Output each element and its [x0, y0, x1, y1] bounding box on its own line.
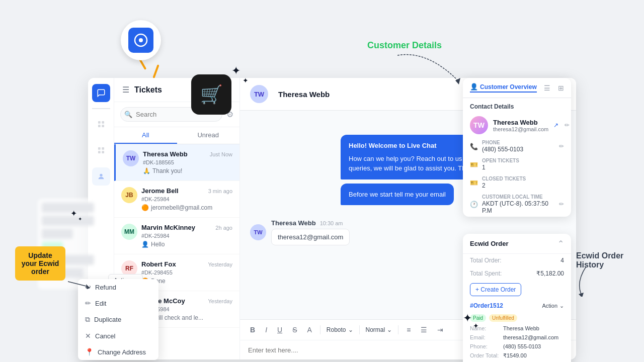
chat-user-time: 10:30 am — [320, 220, 343, 226]
contact-local-time-row: 🕐 CUSTOMER LOCAL TIME AKDT (UTC-8). 05:3… — [463, 192, 571, 217]
ticket-id: #DK-298455 — [141, 269, 232, 276]
toolbar-bold[interactable]: B — [248, 324, 257, 336]
search-icon: 🔍 — [124, 111, 132, 118]
contact-external-link-icon[interactable]: ↗ — [553, 122, 558, 129]
local-time-edit-icon[interactable]: ✏ — [559, 201, 564, 208]
dropdown-duplicate[interactable]: ⧉ Duplicate — [78, 311, 158, 328]
create-order-button[interactable]: + Create Order — [470, 283, 521, 296]
contact-closed-tickets-row: 🎫 CLOSED TICKETS 2 — [463, 173, 571, 192]
ticket-time: Yesterday — [208, 261, 232, 267]
ticket-id: #DK-25984 — [141, 196, 232, 202]
svg-rect-9 — [102, 125, 104, 127]
phone-label: PHONE — [482, 140, 523, 145]
sidebar-icon-grid2[interactable] — [92, 141, 110, 159]
contact-phone-row: 📞 PHONE (480) 555-0103 ✏ — [463, 137, 571, 155]
action-chevron-icon: ⌄ — [559, 303, 564, 309]
toolbar-color[interactable]: A — [305, 324, 313, 336]
address-icon: 📍 — [85, 348, 94, 356]
duplicate-icon: ⧉ — [85, 315, 90, 324]
ecwid-title: Ecwid Order — [470, 240, 509, 247]
ticket-time: 2h ago — [215, 225, 232, 231]
ticket-preview: 🙏 Thank you! — [143, 167, 232, 174]
contact-edit-icon[interactable]: ✏ — [565, 122, 570, 129]
avatar: JB — [121, 187, 137, 203]
chat-header-avatar: TW — [250, 85, 268, 103]
ticket-preview: 👤 Hello — [141, 241, 232, 248]
contact-avatar: TW — [470, 116, 488, 134]
svg-rect-8 — [98, 125, 101, 127]
phone-edit-icon[interactable]: ✏ — [559, 143, 564, 150]
toolbar-underline[interactable]: U — [275, 324, 284, 336]
order-id[interactable]: #Order1512 — [470, 302, 503, 309]
ticket-name: Marvin McKinney — [141, 224, 195, 231]
ecwid-total-spent-row: Total Spent: ₹5,182.00 — [463, 267, 571, 280]
ecwid-order-row: #Order1512 Action ⌄ — [463, 299, 571, 312]
order-action-dropdown[interactable]: Action ⌄ — [542, 303, 564, 309]
order-phone-row: Phone: (480) 555-0103 — [463, 342, 571, 351]
sidebar-icon-grid1[interactable] — [92, 115, 110, 133]
ticket-item[interactable]: MM Marvin McKinney 2h ago #DK-25984 👤 He… — [114, 218, 239, 254]
total-spent-label: Total Spent: — [470, 270, 502, 277]
local-time-label: CUSTOMER LOCAL TIME — [482, 194, 555, 200]
toolbar-sep-2 — [359, 325, 360, 334]
order-badges-row: Paid Unfulfilled — [463, 312, 571, 324]
order-email-row: Email: theresa12@gmail.com — [463, 333, 571, 342]
tab-unread[interactable]: Unread — [177, 127, 240, 144]
toolbar-italic[interactable]: I — [263, 324, 269, 336]
toolbar-list-unordered[interactable]: ☰ — [419, 324, 429, 336]
customer-panel-grid-icon[interactable]: ⊞ — [558, 84, 564, 92]
sidebar-icon-bot[interactable] — [92, 167, 110, 186]
ticket-time: Yesterday — [208, 298, 232, 304]
toolbar-strikethrough[interactable]: S — [290, 324, 299, 336]
ticket-preview: 🟠 jeromebell@gmail.com — [141, 204, 232, 211]
toolbar-font-select[interactable]: Roboto ⌄ — [327, 326, 353, 333]
ticket-name: Jerome Bell — [141, 187, 179, 195]
ticket-item[interactable]: TW Theresa Webb Just Now #DK-188565 🙏 Th… — [114, 144, 239, 181]
open-tickets-value: 1 — [482, 164, 519, 171]
dropdown-cancel[interactable]: ✕ Cancel — [78, 328, 158, 344]
customer-panel-tabs: 👤 Customer Overview ☰ ⊞ — [463, 78, 571, 98]
contact-email: theresa12@gmail.com — [493, 126, 548, 132]
contact-name: Theresa Webb — [493, 119, 548, 126]
total-order-label: Total Order: — [470, 257, 502, 264]
dropdown-change-address[interactable]: 📍 Change Address — [78, 344, 158, 360]
ticket-time: Just Now — [210, 151, 232, 157]
dropdown-edit[interactable]: ✏ Edit — [78, 295, 158, 311]
toolbar-list-ordered[interactable]: ≡ — [405, 324, 413, 336]
toolbar-indent[interactable]: ⇥ — [435, 324, 445, 336]
ecwid-collapse-icon[interactable]: ⌃ — [557, 239, 564, 248]
ticket-item[interactable]: JB Jerome Bell 3 min ago #DK-25984 🟠 jer… — [114, 181, 239, 218]
open-tickets-icon: 🎫 — [470, 161, 478, 168]
chat-user-email: theresa12@gmail.com — [271, 229, 350, 245]
svg-rect-11 — [102, 147, 104, 150]
chat-header-name: Theresa Webb — [278, 90, 330, 99]
update-ecwid-annotation: Update your Ecwid order — [15, 246, 65, 281]
avatar: TW — [123, 150, 139, 166]
edit-icon: ✏ — [85, 299, 91, 307]
total-spent-value: ₹5,182.00 — [536, 270, 564, 277]
chat-bot-question-bubble: Before we start tell me your email — [341, 184, 454, 206]
toolbar-style-select[interactable]: Normal ⌄ — [366, 326, 392, 333]
order-name-row: Name: Theresa Webb — [463, 324, 571, 333]
dropdown-refund[interactable]: ↩ Refund — [78, 279, 158, 295]
ecwid-panel-header: Ecwid Order ⌃ — [463, 234, 571, 254]
chat-user-name-sm: Theresa Webb — [271, 219, 316, 227]
contact-open-tickets-row: 🎫 OPEN TICKETS 1 — [463, 155, 571, 173]
tab-all[interactable]: All — [114, 127, 177, 144]
order-phone-label: Phone: — [470, 343, 500, 349]
svg-rect-13 — [102, 151, 104, 153]
svg-rect-10 — [98, 147, 101, 150]
app-store-icon-container: 🛒 — [191, 74, 231, 115]
hamburger-icon[interactable]: ☰ — [122, 85, 129, 95]
customer-panel-list-icon[interactable]: ☰ — [544, 84, 550, 92]
clock-icon: 🕐 — [470, 201, 478, 208]
order-phone-value: (480) 555-0103 — [503, 343, 541, 349]
phone-value: (480) 555-0103 — [482, 146, 523, 153]
ticket-panel-title: Tickets — [134, 85, 162, 95]
svg-rect-12 — [98, 151, 101, 153]
customer-overview-tab[interactable]: 👤 Customer Overview — [470, 83, 537, 93]
ticket-id: #DK-188565 — [143, 159, 232, 165]
closed-tickets-value: 2 — [482, 182, 526, 189]
sidebar-icon-chat[interactable] — [92, 84, 110, 102]
ecwid-panel: Ecwid Order ⌃ Total Order: 4 Total Spent… — [463, 234, 571, 362]
